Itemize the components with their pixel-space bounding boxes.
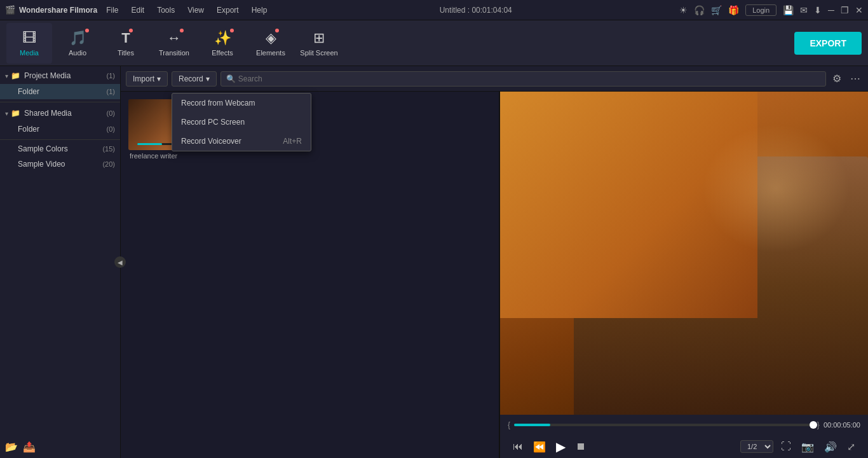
shared-media-label: Shared Media (24, 109, 107, 118)
project-media-section: ▾ 📁 Project Media (1) Folder (1) (0, 66, 120, 101)
main-area: ▾ 📁 Project Media (1) Folder (1) ▾ 📁 Sha… (0, 66, 868, 458)
splitscreen-icon: ⊞ (313, 30, 325, 46)
project-media-label: Project Media (24, 71, 107, 80)
sample-video-item[interactable]: Sample Video (20) (0, 156, 120, 172)
divider-1 (0, 102, 120, 102)
record-webcam-item[interactable]: Record from Webcam (172, 94, 311, 113)
audio-icon: 🎵 (69, 30, 86, 46)
tool-elements[interactable]: ◈ Elements (248, 23, 294, 64)
import-button[interactable]: Import ▾ (126, 71, 168, 87)
login-button[interactable]: Login (745, 4, 776, 16)
bracket-right: } (817, 420, 820, 429)
left-panel: ▾ 📁 Project Media (1) Folder (1) ▾ 📁 Sha… (0, 66, 121, 458)
download-icon[interactable]: ⬇ (814, 5, 822, 15)
quality-select[interactable]: 1/2 Full 1/4 (740, 440, 773, 453)
record-chevron-icon: ▾ (206, 74, 210, 83)
media-icon: 🎞 (22, 30, 36, 46)
titlebar: 🎬 Wondershare Filmora File Edit Tools Vi… (0, 0, 868, 20)
elements-icon: ◈ (266, 30, 276, 46)
play-button[interactable]: ▶ (553, 438, 568, 455)
export-button[interactable]: EXPORT (794, 32, 862, 55)
record-webcam-label: Record from Webcam (181, 99, 255, 108)
sample-video-count: (20) (102, 160, 115, 168)
playback-controls: ⏮ ⏪ ▶ ⏹ 1/2 Full 1/4 ⛶ 📷 🔊 (500, 435, 868, 458)
app-name: Wondershare Filmora (19, 6, 97, 15)
tool-transition[interactable]: ↔ Transition (151, 23, 197, 64)
record-screen-item[interactable]: Record PC Screen (172, 113, 311, 132)
tool-splitscreen[interactable]: ⊞ Split Screen (296, 23, 342, 64)
playback-bar: { } 00:00:05:00 (500, 415, 868, 435)
save-icon[interactable]: 💾 (783, 5, 794, 15)
tool-titles[interactable]: T Titles (103, 23, 149, 64)
titles-icon: T (121, 30, 130, 46)
media-item-label: freelance writer (128, 150, 217, 162)
volume-button[interactable]: 🔊 (822, 440, 839, 454)
tool-media[interactable]: 🎞 Media (6, 23, 52, 64)
preview-video (500, 92, 868, 415)
progress-bar[interactable] (514, 424, 813, 426)
transition-icon: ↔ (167, 30, 181, 46)
record-voiceover-item[interactable]: Record Voiceover Alt+R (172, 132, 311, 151)
titlebar-left: 🎬 Wondershare Filmora File Edit Tools Vi… (5, 4, 272, 16)
tool-audio-label: Audio (69, 49, 86, 57)
mail-icon[interactable]: ✉ (800, 5, 808, 15)
grid-view-button[interactable]: ⋯ (848, 71, 863, 86)
menu-file[interactable]: File (101, 4, 123, 16)
menu-view[interactable]: View (182, 4, 209, 16)
remove-folder-icon[interactable]: 📤 (23, 441, 36, 453)
shared-media-folder[interactable]: Folder (0) (0, 121, 120, 137)
preview-panel: { } 00:00:05:00 ⏮ ⏪ ▶ ⏹ (499, 92, 868, 458)
project-media-header[interactable]: ▾ 📁 Project Media (1) (0, 67, 120, 84)
minimize-button[interactable]: ─ (828, 5, 834, 15)
expand-button[interactable]: ⤢ (844, 440, 858, 454)
gift-icon[interactable]: 🎁 (728, 5, 739, 15)
rewind-button[interactable]: ⏪ (531, 440, 548, 454)
video-highlight (702, 124, 850, 253)
tool-splitscreen-label: Split Screen (300, 49, 337, 57)
import-chevron-icon: ▾ (157, 74, 161, 83)
titlebar-right: ☀ 🎧 🛒 🎁 Login 💾 ✉ ⬇ ─ ❐ ✕ (679, 4, 863, 16)
sample-colors-item[interactable]: Sample Colors (15) (0, 141, 120, 156)
tool-transition-label: Transition (159, 49, 189, 57)
panel-collapse-button[interactable]: ◀ (114, 256, 126, 268)
panel-bottom-icons: 📂 📤 (0, 436, 120, 458)
tool-elements-label: Elements (256, 49, 285, 57)
screenshot-button[interactable]: 📷 (799, 440, 817, 454)
shared-media-arrow: ▾ (5, 110, 8, 117)
maximize-button[interactable]: ❐ (841, 5, 849, 15)
project-media-folder-icon: 📁 (11, 71, 20, 80)
menu-help[interactable]: Help (247, 4, 273, 16)
record-voiceover-shortcut: Alt+R (283, 137, 302, 146)
cart-icon[interactable]: 🛒 (711, 5, 722, 15)
playback-buttons: ⏮ ⏪ ▶ ⏹ (510, 438, 588, 455)
add-folder-icon[interactable]: 📂 (5, 441, 18, 453)
headphone-icon[interactable]: 🎧 (694, 5, 705, 15)
tool-titles-label: Titles (118, 49, 134, 57)
fullscreen-button[interactable]: ⛶ (778, 440, 794, 454)
menu-export[interactable]: Export (212, 4, 244, 16)
shared-media-header[interactable]: ▾ 📁 Shared Media (0) (0, 105, 120, 121)
tool-effects[interactable]: ✨ Effects (200, 23, 245, 64)
effects-icon: ✨ (214, 30, 231, 46)
step-back-button[interactable]: ⏮ (510, 440, 526, 454)
stop-button[interactable]: ⏹ (573, 440, 588, 454)
project-media-folder[interactable]: Folder (1) (0, 84, 120, 99)
record-dropdown-menu: Record from Webcam Record PC Screen Reco… (172, 93, 311, 151)
project-media-count: (1) (107, 72, 115, 80)
shared-media-section: ▾ 📁 Shared Media (0) Folder (0) (0, 104, 120, 138)
sample-colors-label: Sample Colors (18, 144, 102, 153)
tool-audio[interactable]: 🎵 Audio (55, 23, 100, 64)
divider-2 (0, 139, 120, 140)
menu-edit[interactable]: Edit (126, 4, 149, 16)
quality-controls: 1/2 Full 1/4 ⛶ 📷 🔊 ⤢ (740, 440, 858, 454)
shared-media-folder-count: (0) (107, 125, 115, 133)
search-input[interactable] (238, 74, 820, 83)
record-button[interactable]: Record ▾ (172, 71, 217, 87)
close-button[interactable]: ✕ (855, 5, 863, 15)
sun-icon[interactable]: ☀ (679, 5, 688, 15)
filter-button[interactable]: ⚙ (830, 71, 844, 86)
menu-bar: File Edit Tools View Export Help (101, 4, 272, 16)
menu-tools[interactable]: Tools (152, 4, 180, 16)
record-voiceover-label: Record Voiceover (181, 137, 241, 146)
center-area: Import ▾ Record ▾ Record from Webcam Rec… (121, 66, 868, 458)
